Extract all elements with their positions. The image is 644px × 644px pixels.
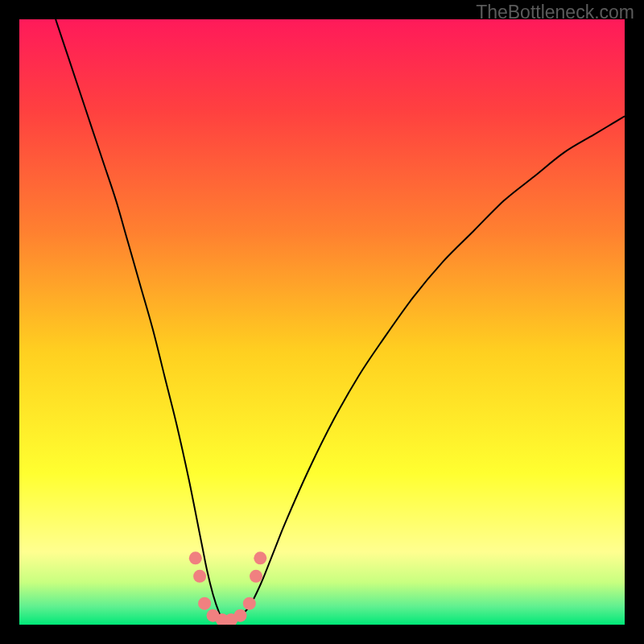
valley-point-marker (234, 609, 247, 622)
valley-point-marker (243, 597, 256, 610)
bottleneck-chart (19, 19, 625, 625)
gradient-background (19, 19, 625, 625)
valley-point-marker (250, 570, 262, 583)
chart-frame (19, 19, 625, 625)
valley-point-marker (198, 597, 211, 610)
watermark-text: TheBottleneck.com (476, 2, 634, 23)
valley-point-marker (254, 551, 266, 564)
valley-point-marker (193, 570, 206, 583)
valley-point-marker (189, 551, 202, 564)
